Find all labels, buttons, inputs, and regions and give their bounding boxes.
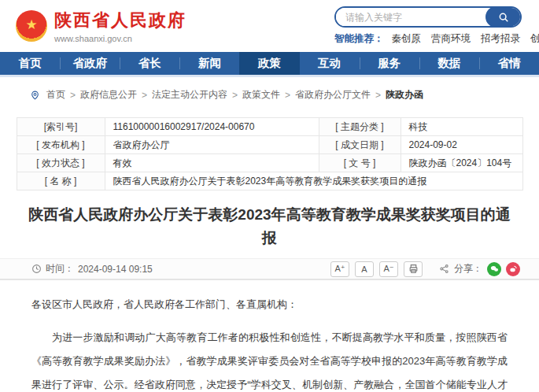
weibo-share-icon[interactable] — [506, 262, 520, 276]
search-icon — [498, 12, 509, 23]
nav-item-interaction[interactable]: 互动 — [300, 52, 360, 75]
site-name: 陕西省人民政府 — [54, 9, 186, 32]
search-input[interactable] — [336, 8, 487, 26]
breadcrumb-info-disclosure[interactable]: 政府信息公开 — [80, 88, 137, 102]
meta-date-value: 2024-09-02 — [401, 136, 522, 154]
breadcrumb-office-documents[interactable]: 省政府办公厅文件 — [295, 88, 371, 102]
breadcrumb: 首页 > 政府信息公开 > 法定主动公开内容 > 政策文件 > 省政府办公厅文件… — [0, 77, 539, 111]
print-button[interactable] — [404, 261, 423, 277]
table-row: [ 效力状态 ] 有效 [ 文 号 ] 陕政办函〔2024〕104号 — [17, 154, 522, 172]
font-normal-button[interactable]: A — [355, 261, 374, 277]
nav-item-provincial-gov[interactable]: 省政府 — [60, 52, 120, 75]
publish-time: 2024-09-14 09:15 — [78, 264, 153, 275]
nav-item-policy[interactable]: 政策 — [239, 52, 299, 75]
printer-icon — [408, 264, 419, 274]
breadcrumb-current: 陕政办函 — [386, 88, 423, 102]
breadcrumb-home[interactable]: 首页 — [46, 88, 65, 102]
nav-item-news[interactable]: 新闻 — [179, 52, 239, 75]
nav-item-services[interactable]: 服务 — [360, 52, 419, 75]
page: ★ 陕西省人民政府 www.shaanxi.gov.cn 智能推荐： 秦创原 营… — [0, 0, 539, 392]
smart-link-business-env[interactable]: 营商环境 — [431, 32, 471, 46]
breadcrumb-policy-documents[interactable]: 政策文件 — [242, 88, 280, 102]
font-smaller-button[interactable]: A⁻ — [379, 261, 398, 277]
smart-link-qinchuangyuan[interactable]: 秦创原 — [392, 32, 422, 46]
site-url: www.shaanxi.gov.cn — [54, 34, 186, 43]
smart-link-innovation[interactable]: 创新发展 — [530, 32, 539, 46]
meta-name-label: [ 名 称 ] — [17, 172, 105, 190]
meta-name-value: 陕西省人民政府办公厅关于表彰2023年高等教育教学成果奖获奖项目的通报 — [105, 172, 522, 190]
nav-item-home[interactable]: 首页 — [0, 52, 60, 75]
table-row: [ 发布机构 ] 省政府办公厅 [ 成文日期 ] 2024-09-02 — [17, 136, 522, 154]
meta-status-value: 有效 — [105, 154, 319, 172]
table-row: [索引号] 11610000016002917/2024-00670 [ 主题分… — [17, 118, 522, 136]
main-nav: 首页 省政府 省长 新闻 政策 互动 服务 数据 省情 — [0, 52, 539, 77]
meta-docnum-label: [ 文 号 ] — [319, 154, 401, 172]
article-toolbar: 时间： 2024-09-14 09:15 A⁺ A A⁻ 分享： — [0, 258, 539, 280]
font-larger-button[interactable]: A⁺ — [330, 261, 349, 277]
national-emblem-icon: ★ — [16, 10, 47, 42]
meta-docnum-value: 陕政办函〔2024〕104号 — [401, 154, 522, 172]
site-logo[interactable]: ★ 陕西省人民政府 www.shaanxi.gov.cn — [16, 9, 186, 43]
body-paragraph: 为进一步激励和调动广大高等教育工作者的积极性和创造性，不断提高教学水平和质量，按… — [31, 326, 508, 392]
breadcrumb-separator: > — [70, 90, 76, 101]
salutation: 各设区市人民政府，省人民政府各工作部门、各直属机构： — [31, 293, 508, 316]
meta-index-value: 11610000016002917/2024-00670 — [105, 118, 319, 136]
meta-topic-value: 科技 — [401, 118, 522, 136]
nav-item-data[interactable]: 数据 — [419, 52, 479, 75]
table-row: [ 名 称 ] 陕西省人民政府办公厅关于表彰2023年高等教育教学成果奖获奖项目… — [17, 172, 522, 190]
smart-recommend-label: 智能推荐： — [334, 32, 384, 46]
meta-issuer-label: [ 发布机构 ] — [17, 136, 105, 154]
breadcrumb-statutory-content[interactable]: 法定主动公开内容 — [152, 88, 227, 102]
share-icon — [439, 264, 449, 274]
clock-icon — [31, 264, 42, 274]
search-bar — [334, 6, 522, 28]
search-button[interactable] — [485, 6, 522, 28]
wechat-share-icon[interactable] — [487, 262, 501, 276]
meta-topic-label: [ 主题分类 ] — [319, 118, 401, 136]
meta-index-label: [索引号] — [17, 118, 105, 136]
time-label: 时间： — [46, 262, 74, 276]
breadcrumb-separator: > — [375, 90, 381, 101]
share-label: 分享： — [454, 262, 482, 276]
location-pin-icon — [30, 90, 40, 101]
breadcrumb-separator: > — [232, 90, 238, 101]
document-body: 各设区市人民政府，省人民政府各工作部门、各直属机构： 为进一步激励和调动广大高等… — [0, 280, 539, 392]
site-header: ★ 陕西省人民政府 www.shaanxi.gov.cn 智能推荐： 秦创原 营… — [0, 0, 539, 52]
page-title: 陕西省人民政府办公厅关于表彰2023年高等教育教学成果奖获奖项目的通报 — [22, 203, 518, 250]
smart-recommend: 智能推荐： 秦创原 营商环境 招考招录 创新发展 — [334, 32, 539, 46]
document-meta-table: [索引号] 11610000016002917/2024-00670 [ 主题分… — [17, 117, 523, 190]
breadcrumb-separator: > — [142, 90, 147, 101]
breadcrumb-separator: > — [285, 90, 290, 101]
meta-date-label: [ 成文日期 ] — [319, 136, 401, 154]
nav-item-province-info[interactable]: 省情 — [479, 52, 539, 75]
meta-issuer-value: 省政府办公厅 — [105, 136, 319, 154]
nav-item-governor[interactable]: 省长 — [120, 52, 179, 75]
meta-status-label: [ 效力状态 ] — [17, 154, 105, 172]
smart-link-exam-recruit[interactable]: 招考招录 — [481, 32, 520, 46]
